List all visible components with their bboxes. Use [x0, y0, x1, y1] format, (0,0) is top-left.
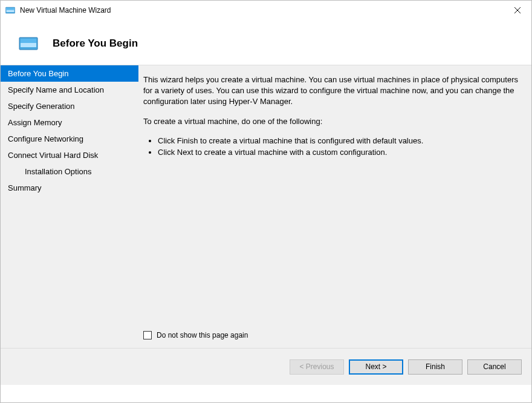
- checkbox-do-not-show[interactable]: [143, 331, 152, 339]
- page-title: Before You Begin: [53, 38, 138, 50]
- bullet-finish: Click Finish to create a virtual machine…: [158, 136, 519, 146]
- hyperv-icon: [5, 6, 15, 15]
- checkbox-label[interactable]: Do not show this page again: [157, 331, 248, 339]
- close-button[interactable]: [504, 1, 531, 20]
- header-section: Before You Begin: [1, 20, 531, 65]
- main-area: Before You Begin Specify Name and Locati…: [1, 65, 531, 349]
- window-title: New Virtual Machine Wizard: [20, 6, 111, 15]
- finish-button[interactable]: Finish: [408, 359, 462, 375]
- titlebar: New Virtual Machine Wizard: [1, 1, 531, 20]
- content-body: This wizard helps you create a virtual m…: [143, 74, 519, 331]
- bullet-list: Click Finish to create a virtual machine…: [158, 136, 519, 158]
- next-button[interactable]: Next >: [349, 359, 403, 375]
- sidebar-item-specify-name-location[interactable]: Specify Name and Location: [1, 82, 138, 98]
- sidebar-item-connect-virtual-hard-disk[interactable]: Connect Virtual Hard Disk: [1, 147, 138, 163]
- checkbox-row: Do not show this page again: [143, 331, 519, 341]
- titlebar-left: New Virtual Machine Wizard: [5, 6, 111, 15]
- intro-text: This wizard helps you create a virtual m…: [143, 74, 519, 108]
- sidebar-item-specify-generation[interactable]: Specify Generation: [1, 98, 138, 114]
- previous-button: < Previous: [290, 359, 344, 375]
- footer: < Previous Next > Finish Cancel: [1, 349, 531, 385]
- prompt-text: To create a virtual machine, do one of t…: [143, 116, 519, 127]
- sidebar-item-assign-memory[interactable]: Assign Memory: [1, 114, 138, 131]
- sidebar-item-configure-networking[interactable]: Configure Networking: [1, 131, 138, 147]
- sidebar-item-summary[interactable]: Summary: [1, 180, 138, 196]
- cancel-button[interactable]: Cancel: [467, 359, 522, 375]
- svg-rect-7: [21, 39, 36, 43]
- content-pane: This wizard helps you create a virtual m…: [138, 65, 531, 348]
- sidebar-item-installation-options[interactable]: Installation Options: [1, 163, 138, 180]
- sidebar-item-before-you-begin[interactable]: Before You Begin: [1, 65, 138, 82]
- svg-rect-2: [7, 8, 15, 10]
- hyperv-icon: [19, 37, 38, 50]
- sidebar: Before You Begin Specify Name and Locati…: [1, 65, 138, 348]
- bullet-next: Click Next to create a virtual machine w…: [158, 147, 519, 158]
